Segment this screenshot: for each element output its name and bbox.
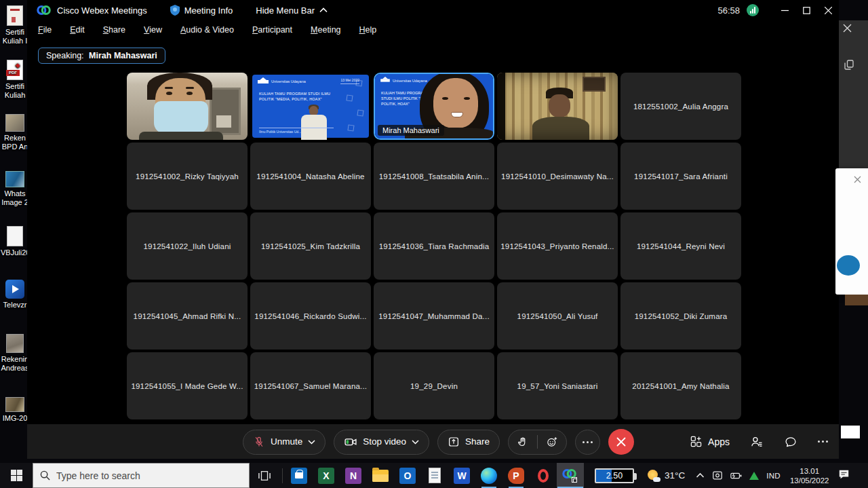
share-screen-icon [448,436,460,448]
stop-video-button[interactable]: Stop video [334,430,429,455]
participant-tile[interactable]: 1912541002_Rizky Taqiyyah [127,143,248,210]
participant-tile[interactable]: 1812551002_Aulia Anggra [620,73,741,140]
participant-tile[interactable]: 1912541004_Natasha Abeline [250,143,371,210]
webex-logo-icon [37,4,52,16]
desktop-icon-image-2[interactable]: Whats Image 2 [1,171,29,207]
taskbar-app-opera[interactable] [530,463,557,488]
participant-tile[interactable]: 1912541047_Muhammad Da... [374,282,494,350]
active-speaker-name-chip: Mirah Mahaswari [378,125,444,136]
task-view-button[interactable] [250,463,279,488]
taskbar-app-store[interactable] [285,463,313,488]
menu-audio-video[interactable]: Audio & Video [180,25,234,35]
participant-tile[interactable]: 1912541043_Priyanto Renald... [497,212,618,280]
menu-help[interactable]: Help [359,25,377,35]
menu-meeting[interactable]: Meeting [311,25,340,35]
desktop-icon-televzr[interactable]: Televzr [1,280,29,309]
menu-edit[interactable]: Edit [70,25,85,35]
participant-tile[interactable]: 1912541046_Rickardo Sudwi... [250,282,371,350]
taskbar-app-notepad[interactable] [421,463,448,488]
participant-tile[interactable]: 19_29_Devin [374,352,494,419]
taskbar-app-outlook[interactable]: O [394,463,421,488]
desktop-icon-pdf[interactable]: PDF ❖ Sertifi Kuliah [1,60,29,100]
desktop-icon-image-4[interactable]: IMG-20 [1,397,29,423]
action-center-button[interactable] [838,469,850,483]
desktop-icon-file[interactable]: VBJuli20 [1,226,29,257]
participant-tile[interactable]: 1912541008_Tsatsabila Anin... [374,143,494,210]
video-tile-mirah-active-speaker[interactable]: Universitas Udayana KULIAH TAMU PROGRAM … [374,73,494,140]
video-tile-host[interactable] [127,73,248,140]
hide-menu-bar-button[interactable]: Hide Menu Bar [256,5,328,16]
share-button[interactable]: Share [437,430,500,455]
participant-tile[interactable]: 1912541055_I Made Gede W... [127,352,248,419]
participant-tile[interactable]: 2012541001_Amy Nathalia [620,352,741,419]
powerpoint-icon: P [508,468,524,484]
outlook-icon: O [399,468,416,484]
taskbar-app-word[interactable]: W [448,463,475,488]
reactions-button[interactable] [546,436,558,448]
speaking-label: Speaking: [46,51,84,60]
participants-panel-button[interactable] [750,435,764,449]
menu-file[interactable]: File [38,25,52,35]
desktop-icon-certificate[interactable]: Sertifi Kuliah I [1,5,29,45]
apps-button[interactable]: Apps [690,435,730,448]
unmute-button[interactable]: Unmute [243,430,326,455]
notification-icon [838,469,850,480]
menu-bar: File Edit Share View Audio & Video Parti… [27,20,839,39]
notification-close-button[interactable] [854,174,861,186]
search-input[interactable] [56,470,226,481]
minimize-button[interactable] [774,0,795,20]
taskbar-clock[interactable]: 13.01 13/05/2022 [790,466,829,485]
maximize-button[interactable] [795,0,817,20]
taskbar-app-excel[interactable]: X [313,463,340,488]
video-tile-participant[interactable] [497,73,618,140]
taskbar-app-edge[interactable] [475,463,502,488]
language-indicator[interactable]: IND [766,472,781,480]
participant-tile[interactable]: 1912541050_Ali Yusuf [497,282,618,350]
menu-participant[interactable]: Participant [252,25,292,35]
tray-screen-icon[interactable] [712,470,723,481]
video-tile-presentation[interactable]: Universitas Udayana 13 Mei 2022 KULIAH T… [250,73,371,140]
desktop-icon-image-1[interactable]: Reken BPD An [1,114,29,151]
onenote-icon: N [345,468,361,484]
tray-battery-icon[interactable] [730,472,742,480]
participant-tile[interactable]: 1912541025_Kim Tadzkrilla [250,212,371,280]
participant-tile[interactable]: 1912541045_Ahmad Rifki N... [127,282,248,350]
participant-tile[interactable]: 19_57_Yoni Saniastari [497,352,618,419]
menu-share[interactable]: Share [103,25,125,35]
start-button[interactable] [0,463,33,488]
taskbar-app-file-explorer[interactable] [367,463,394,488]
tray-green-app-icon[interactable] [749,472,759,480]
participant-tile[interactable]: 1912541036_Tiara Rachmadia [374,212,494,280]
taskbar-app-powerpoint[interactable]: P [502,463,530,488]
battery-meter-widget[interactable]: 2.50 [595,468,634,483]
raise-hand-button[interactable] [517,436,529,448]
taskbar-app-webex-active[interactable] [557,463,584,488]
weather-widget[interactable]: 31°C [648,470,685,481]
meeting-health-icon[interactable] [747,4,759,16]
participant-tile[interactable]: 1912541067_Samuel Marana... [250,352,371,419]
participant-tile[interactable]: 1912541010_Desimawaty Na... [497,143,618,210]
taskbar-search[interactable] [33,463,250,488]
desktop-icon-image-3[interactable]: Rekenin Andreas [1,334,29,373]
participant-tile[interactable]: 1912541052_Diki Zumara [620,282,741,350]
participant-tile[interactable]: 1912541022_Iluh Udiani [127,212,248,280]
taskbar-app-onenote[interactable]: N [340,463,367,488]
notification-action-button[interactable] [837,255,860,276]
raise-hand-icon [517,436,529,448]
image-file-icon [5,171,24,187]
meeting-info-button[interactable]: Meeting Info [170,5,233,16]
participant-tile[interactable]: 1912541017_Sara Afrianti [620,143,741,210]
more-options-button[interactable] [575,430,600,455]
close-button[interactable] [817,0,839,20]
tray-expand-button[interactable] [696,472,705,478]
menu-view[interactable]: View [144,25,162,35]
chat-panel-button[interactable] [784,435,797,449]
participant-tile[interactable]: 1912541044_Reyni Nevi [620,212,741,280]
copy-button[interactable] [844,60,854,73]
leave-meeting-button[interactable] [608,429,634,455]
panel-close-button[interactable] [843,23,852,35]
temperature: 31°C [665,470,685,481]
background-window-fragment [845,295,868,305]
file-explorer-icon [372,470,389,482]
more-panel-button[interactable] [818,440,828,443]
